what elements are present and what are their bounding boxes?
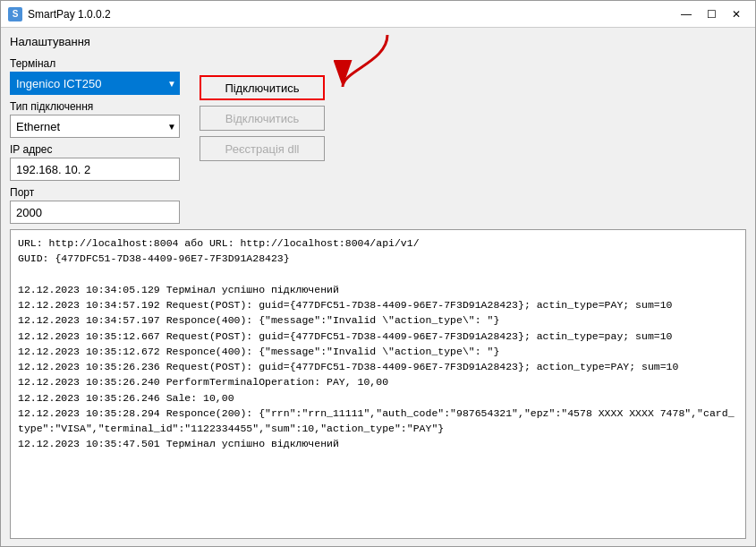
terminal-label: Термінал xyxy=(10,57,189,70)
title-bar-left: S SmartPay 1.0.0.2 xyxy=(8,7,111,21)
register-dll-button[interactable]: Реєстрація dll xyxy=(200,136,325,161)
right-panel: Підключитись Відключитись Реєстрація dll xyxy=(200,57,325,224)
title-bar: S SmartPay 1.0.0.2 — ☐ ✕ xyxy=(1,1,755,28)
ip-input[interactable] xyxy=(10,158,180,181)
connection-type-field: Тип підключення EthernetCOMUSB ▼ xyxy=(10,100,189,138)
window-title: SmartPay 1.0.0.2 xyxy=(28,8,111,21)
port-label: Порт xyxy=(10,186,189,199)
main-layout: Термінал Ingenico ICT250 ▼ Тип підключен… xyxy=(10,57,746,224)
ip-label: IP адрес xyxy=(10,143,189,156)
disconnect-button[interactable]: Відключитись xyxy=(200,106,325,131)
port-field: Порт xyxy=(10,186,189,224)
minimize-button[interactable]: — xyxy=(675,5,698,23)
main-window: S SmartPay 1.0.0.2 — ☐ ✕ Налаштування Те… xyxy=(0,0,756,547)
terminal-dropdown[interactable]: Ingenico ICT250 xyxy=(10,72,180,95)
connection-type-dropdown-wrapper: EthernetCOMUSB ▼ xyxy=(10,115,180,138)
content-area: Налаштування Термінал Ingenico ICT250 ▼ … xyxy=(1,28,755,546)
terminal-dropdown-wrapper: Ingenico ICT250 ▼ xyxy=(10,72,180,95)
section-title: Налаштування xyxy=(10,35,746,48)
terminal-field: Термінал Ingenico ICT250 ▼ xyxy=(10,57,189,95)
ip-field: IP адрес xyxy=(10,143,189,181)
log-area[interactable]: URL: http://localhost:8004 або URL: http… xyxy=(10,229,746,539)
connect-button[interactable]: Підключитись xyxy=(200,75,325,100)
window-controls: — ☐ ✕ xyxy=(675,5,748,23)
connection-type-dropdown[interactable]: EthernetCOMUSB xyxy=(10,115,180,138)
connection-type-label: Тип підключення xyxy=(10,100,189,113)
close-button[interactable]: ✕ xyxy=(725,5,748,23)
maximize-button[interactable]: ☐ xyxy=(700,5,723,23)
port-input[interactable] xyxy=(10,201,180,224)
left-panel: Термінал Ingenico ICT250 ▼ Тип підключен… xyxy=(10,57,189,224)
app-icon: S xyxy=(8,7,22,21)
connect-container: Підключитись xyxy=(200,75,325,100)
